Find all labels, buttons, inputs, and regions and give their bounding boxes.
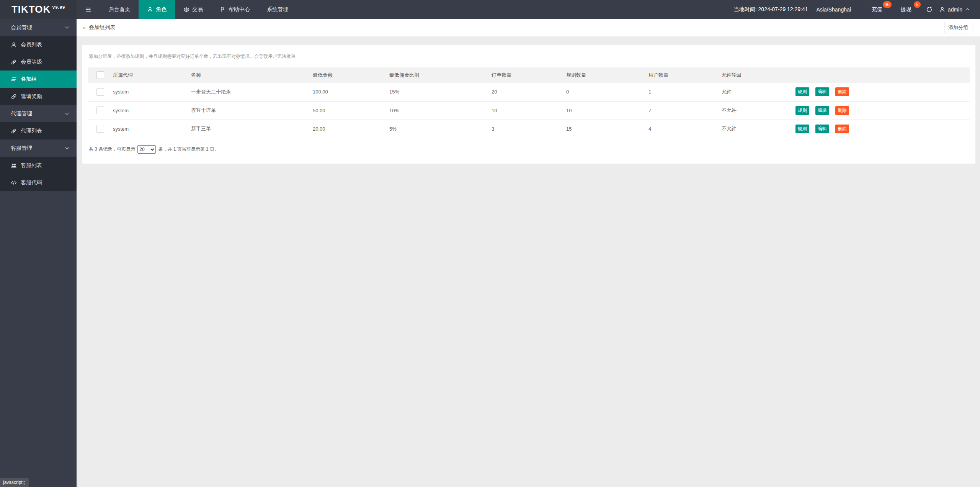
sidebar-group-label: 代理管理 (11, 110, 32, 117)
timezone: Asia/Shanghai (817, 7, 851, 13)
sidebar-item-会员等级[interactable]: 会员等级 (0, 53, 77, 71)
people-icon (11, 162, 17, 169)
edit-button[interactable]: 编辑 (815, 87, 829, 96)
list-card: 添加分组后，必须添加规则，并且规则需要对应好订单个数，若出现不对称情况，会导致用… (82, 45, 975, 164)
sidebar-item-邀请奖励[interactable]: 邀请奖励 (0, 88, 77, 105)
sidebar-item-label: 邀请奖励 (21, 93, 42, 100)
breadcrumb-current: 叠加组列表 (89, 24, 116, 31)
chevron-down-icon (64, 111, 70, 116)
row-select-cell (88, 83, 113, 101)
cell-recycle: 允许 (722, 83, 795, 101)
cell-agent: system (113, 120, 191, 138)
row-checkbox[interactable] (96, 125, 104, 133)
sidebar-group-label: 客服管理 (11, 145, 32, 152)
nav-item-label: 角色 (156, 6, 167, 13)
browser-status-bubble: javascript:; (0, 478, 29, 487)
withdraw-label: 提现 (901, 6, 911, 13)
sidebar-group-2[interactable]: 客服管理 (0, 139, 77, 157)
refresh-button[interactable] (926, 6, 933, 13)
delete-button[interactable]: 删除 (835, 87, 849, 96)
sidebar-item-label: 会员列表 (21, 41, 42, 48)
cell-min-amount: 20.00 (313, 120, 389, 138)
recharge-label: 充值 (872, 6, 882, 13)
cell-name: 养客十连单 (191, 101, 313, 120)
sidebar-submenu-0: 会员列表会员等级叠加组邀请奖励 (0, 36, 77, 105)
hint-text: 添加分组后，必须添加规则，并且规则需要对应好订单个数，若出现不对称情况，会导致用… (89, 53, 970, 60)
cell-orders: 3 (492, 120, 566, 138)
sidebar-item-客服代码[interactable]: 客服代码 (0, 174, 77, 191)
sidebar-item-叠加组[interactable]: 叠加组 (0, 71, 77, 88)
recharge-badge: 96 (883, 1, 892, 8)
pagination-prefix: 共 3 条记录，每页显示 (89, 146, 135, 152)
code-icon (11, 180, 17, 186)
rule-button[interactable]: 规则 (795, 106, 809, 115)
sidebar-item-label: 叠加组 (21, 76, 37, 83)
withdraw-badge: 5 (914, 1, 921, 8)
sidebar-group-0[interactable]: 会员管理 (0, 19, 77, 36)
admin-menu[interactable]: admin (939, 7, 970, 13)
nav-item-0[interactable]: 后台首页 (100, 0, 139, 19)
add-group-button[interactable]: 添加分组 (944, 22, 972, 33)
group-table: 所属代理名称最低金额最低佣金比例订单数量规则数量用户数量允许轮回 system一… (88, 67, 970, 138)
menu-toggle-button[interactable] (77, 0, 100, 19)
app-logo: TIKTOK V9.99 (0, 0, 77, 19)
caret-up-icon (965, 7, 970, 12)
breadcrumb-bar: » 叠加组列表 添加分组 (77, 19, 980, 36)
cell-agent: system (113, 83, 191, 101)
page-size-select[interactable]: 20 (137, 145, 156, 154)
withdraw-button[interactable]: 提现 5 (895, 0, 917, 19)
column-header-5: 规则数量 (566, 67, 648, 83)
chevron-down-icon (64, 25, 70, 30)
cell-min-amount: 50.00 (313, 101, 389, 120)
link-icon (11, 93, 17, 100)
main-content: » 叠加组列表 添加分组 添加分组后，必须添加规则，并且规则需要对应好订单个数，… (77, 19, 980, 164)
nav-item-2[interactable]: 交易 (175, 0, 211, 19)
row-checkbox[interactable] (96, 88, 104, 96)
cell-rules: 10 (566, 101, 648, 120)
column-header-3: 最低佣金比例 (389, 67, 492, 83)
sidebar-item-代理列表[interactable]: 代理列表 (0, 122, 77, 139)
nav-item-1[interactable]: 角色 (139, 0, 175, 19)
rule-button[interactable]: 规则 (795, 125, 809, 133)
row-select-cell (88, 101, 113, 120)
rule-button[interactable]: 规则 (795, 87, 809, 96)
row-select-cell (88, 120, 113, 138)
column-header-1: 名称 (191, 67, 313, 83)
menu-spread-icon (85, 6, 92, 13)
cell-users: 1 (648, 83, 722, 101)
logo-text: TIKTOK (11, 3, 51, 15)
delete-button[interactable]: 删除 (835, 106, 849, 115)
column-header-0: 所属代理 (113, 67, 191, 83)
cell-rules: 0 (566, 83, 648, 101)
row-checkbox[interactable] (96, 107, 104, 114)
nav-item-3[interactable]: 帮助中心 (211, 0, 258, 19)
sidebar-group-1[interactable]: 代理管理 (0, 105, 77, 122)
link-icon (11, 59, 17, 65)
cell-orders: 10 (492, 101, 566, 120)
sidebar-item-会员列表[interactable]: 会员列表 (0, 36, 77, 53)
edit-button[interactable]: 编辑 (815, 106, 829, 115)
nav-item-4[interactable]: 系统管理 (258, 0, 297, 19)
column-header-4: 订单数量 (492, 67, 566, 83)
sidebar-group-label: 会员管理 (11, 24, 32, 31)
cell-orders: 20 (492, 83, 566, 101)
sidebar-item-客服列表[interactable]: 客服列表 (0, 157, 77, 174)
person-icon (11, 42, 17, 48)
chevron-down-icon (64, 146, 70, 151)
column-header-7: 允许轮回 (722, 67, 795, 83)
breadcrumb: » 叠加组列表 (83, 24, 116, 31)
sidebar-item-label: 会员等级 (21, 59, 42, 66)
edit-button[interactable]: 编辑 (815, 125, 829, 133)
cell-name: 一步登天二十绝杀 (191, 83, 313, 101)
cell-users: 7 (648, 101, 722, 120)
recharge-button[interactable]: 充值 96 (866, 0, 888, 19)
cell-users: 4 (648, 120, 722, 138)
sidebar-submenu-1: 代理列表 (0, 122, 77, 139)
delete-button[interactable]: 删除 (835, 125, 849, 133)
cell-agent: system (113, 101, 191, 120)
table-row: system养客十连单50.0010%10107不允许规则编辑删除 (88, 101, 970, 120)
list-slant-icon (11, 76, 17, 82)
select-all-checkbox[interactable] (96, 71, 104, 79)
nav-item-label: 后台首页 (109, 6, 130, 13)
link-icon (11, 128, 17, 134)
